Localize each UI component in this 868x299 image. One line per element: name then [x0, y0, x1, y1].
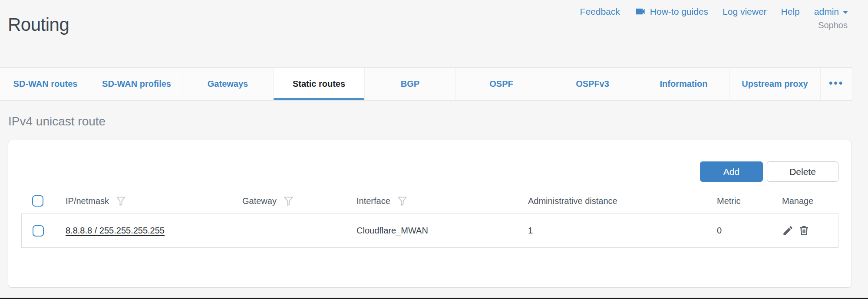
tab-static-routes[interactable]: Static routes	[273, 68, 364, 100]
tab-sd-wan-routes[interactable]: SD-WAN routes	[0, 68, 91, 100]
utility-nav: Feedback How-to guides Log viewer Help a…	[580, 6, 848, 17]
row-checkbox[interactable]	[33, 225, 44, 237]
tab-gateways[interactable]: Gateways	[182, 68, 273, 100]
log-viewer-label: Log viewer	[723, 7, 767, 17]
filter-icon[interactable]	[284, 196, 294, 207]
trash-icon[interactable]	[798, 225, 810, 237]
tab-bar: SD-WAN routes SD-WAN profiles Gateways S…	[0, 67, 852, 101]
tab-information[interactable]: Information	[638, 68, 729, 100]
filter-icon[interactable]	[397, 196, 407, 207]
video-camera-icon	[634, 6, 646, 17]
toolbar: Add Delete	[700, 161, 838, 182]
row-metric-value: 0	[717, 226, 782, 236]
col-gateway: Gateway	[242, 196, 277, 206]
help-link[interactable]: Help	[781, 7, 800, 17]
col-admin-distance: Administrative distance	[528, 196, 617, 206]
filter-icon[interactable]	[116, 196, 126, 207]
brand-text: Sophos	[818, 20, 848, 30]
row-admin-distance-value: 1	[528, 226, 717, 236]
col-ip-netmask: IP/netmask	[66, 196, 109, 206]
tab-upstream-proxy[interactable]: Upstream proxy	[729, 68, 820, 100]
tab-ospfv3[interactable]: OSPFv3	[547, 68, 638, 100]
delete-button[interactable]: Delete	[767, 161, 838, 182]
route-ip-link[interactable]: 8.8.8.8 / 255.255.255.255	[66, 226, 165, 235]
feedback-link[interactable]: Feedback	[580, 7, 620, 17]
section-heading: IPv4 unicast route	[8, 115, 106, 128]
user-menu[interactable]: admin	[814, 7, 848, 17]
howto-guides-label: How-to guides	[650, 7, 708, 17]
tab-ospf[interactable]: OSPF	[455, 68, 547, 100]
table-row: 8.8.8.8 / 255.255.255.255 Cloudflare_MWA…	[21, 214, 838, 248]
edit-icon[interactable]	[782, 225, 794, 237]
chevron-down-icon	[843, 11, 848, 14]
col-interface: Interface	[356, 196, 390, 206]
tab-sd-wan-profiles[interactable]: SD-WAN profiles	[91, 68, 182, 100]
table-header: IP/netmask Gateway Interface Administrat…	[21, 189, 838, 213]
tab-overflow-menu[interactable]: •••	[820, 68, 852, 100]
tab-bgp[interactable]: BGP	[364, 68, 455, 100]
howto-guides-link[interactable]: How-to guides	[634, 6, 708, 17]
page-title: Routing	[8, 13, 69, 37]
add-button[interactable]: Add	[700, 161, 763, 182]
help-label: Help	[781, 7, 800, 17]
row-interface-value: Cloudflare_MWAN	[356, 226, 528, 236]
user-menu-label: admin	[814, 7, 839, 17]
select-all-checkbox[interactable]	[32, 195, 43, 207]
log-viewer-link[interactable]: Log viewer	[723, 7, 767, 17]
feedback-label: Feedback	[580, 7, 620, 17]
col-metric: Metric	[717, 196, 740, 206]
col-manage: Manage	[782, 196, 813, 206]
routes-card: Add Delete IP/netmask Gateway Interface …	[8, 140, 852, 288]
